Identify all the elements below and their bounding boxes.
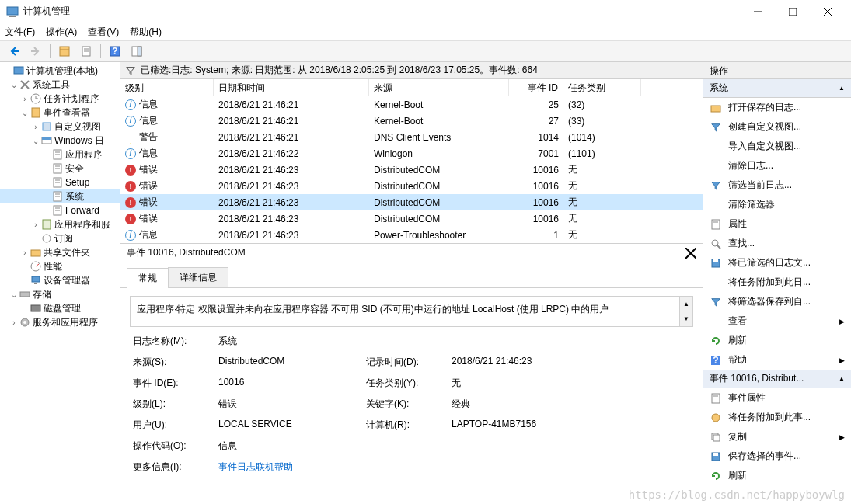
tree-item[interactable]: 应用程序 xyxy=(0,148,120,162)
action-item[interactable]: 查看▶ xyxy=(703,311,851,331)
close-button[interactable] xyxy=(810,1,845,23)
tree-item[interactable]: 设备管理器 xyxy=(0,273,120,287)
action-item[interactable]: 筛选当前日志... xyxy=(703,176,851,195)
table-row[interactable]: i信息2018/6/21 21:46:21Kernel-Boot25(32) xyxy=(120,96,703,113)
table-row[interactable]: i信息2018/6/21 21:46:21Kernel-Boot27(33) xyxy=(120,113,703,129)
expander-icon[interactable]: ⌄ xyxy=(31,137,40,145)
forward-button[interactable] xyxy=(26,43,45,60)
cell-id: 1014 xyxy=(509,132,563,143)
tree-item[interactable]: Forward xyxy=(0,203,120,217)
tree-item[interactable]: ›应用程序和服 xyxy=(0,217,120,231)
action-item[interactable]: 清除筛选器 xyxy=(703,195,851,214)
action-label: 刷新 xyxy=(728,469,747,482)
navigation-tree[interactable]: 计算机管理(本地)⌄系统工具›任务计划程序⌄事件查看器›自定义视图⌄Window… xyxy=(0,62,120,504)
tree-item[interactable]: 性能 xyxy=(0,259,120,273)
table-row[interactable]: i信息2018/6/21 21:46:22Winlogon7001(1101) xyxy=(120,145,703,162)
cell-source: Kernel-Boot xyxy=(369,116,509,127)
desc-scrollbar[interactable]: ▲▼ xyxy=(679,297,692,326)
expander-icon[interactable]: › xyxy=(20,95,30,103)
tree-item[interactable]: ⌄系统工具 xyxy=(0,78,120,92)
tree-item[interactable]: 磁盘管理 xyxy=(0,301,120,315)
expander-icon[interactable]: ⌄ xyxy=(9,81,19,89)
app-icon xyxy=(6,5,19,18)
table-row[interactable]: 警告2018/6/21 21:46:21DNS Client Events101… xyxy=(120,129,703,145)
show-hide-tree-button[interactable] xyxy=(55,43,74,60)
toolbar-separator xyxy=(100,44,101,58)
tree-label: Setup xyxy=(65,177,89,188)
maximize-button[interactable] xyxy=(775,1,810,23)
action-item[interactable]: 查找... xyxy=(703,234,851,253)
tree-item[interactable]: ›共享文件夹 xyxy=(0,245,120,259)
menu-action[interactable]: 操作(A) xyxy=(46,26,77,39)
table-row[interactable]: !错误2018/6/21 21:46:23DistributedCOM10016… xyxy=(120,210,703,227)
svg-point-63 xyxy=(712,414,720,422)
actions-section-system[interactable]: 系统▲ xyxy=(703,79,851,98)
action-item[interactable]: 事件属性 xyxy=(703,388,851,408)
tree-item[interactable]: 订阅 xyxy=(0,231,120,245)
tree-item[interactable]: Setup xyxy=(0,176,120,189)
column-date[interactable]: 日期和时间 xyxy=(214,79,369,96)
action-item[interactable]: 保存选择的事件... xyxy=(703,447,851,466)
action-item[interactable]: 将已筛选的日志文... xyxy=(703,253,851,273)
action-item[interactable]: ?帮助▶ xyxy=(703,350,851,370)
grid-body[interactable]: i信息2018/6/21 21:46:21Kernel-Boot25(32)i信… xyxy=(120,96,703,243)
tree-item[interactable]: 系统 xyxy=(0,189,120,203)
action-label: 清除日志... xyxy=(728,159,773,172)
action-item[interactable]: 清除日志... xyxy=(703,156,851,176)
blank-icon xyxy=(710,160,722,172)
cell-level: 信息 xyxy=(139,228,158,242)
column-level[interactable]: 级别 xyxy=(120,79,214,96)
expander-icon[interactable]: ⌄ xyxy=(9,290,19,299)
svg-rect-17 xyxy=(14,67,23,74)
action-item[interactable]: 属性 xyxy=(703,214,851,234)
cell-source: DistributedCOM xyxy=(369,181,509,192)
menu-view[interactable]: 查看(V) xyxy=(88,26,119,39)
action-pane-button[interactable] xyxy=(127,43,146,60)
table-row[interactable]: !错误2018/6/21 21:46:23DistributedCOM10016… xyxy=(120,162,703,178)
action-label: 导入自定义视图... xyxy=(728,140,801,153)
tree-item[interactable]: 计算机管理(本地) xyxy=(0,64,120,78)
action-item[interactable]: 打开保存的日志... xyxy=(703,98,851,117)
action-label: 帮助 xyxy=(728,353,747,367)
tree-item[interactable]: 安全 xyxy=(0,162,120,176)
menu-file[interactable]: 文件(F) xyxy=(5,26,35,39)
tree-item[interactable]: ⌄Windows 日 xyxy=(0,134,120,148)
action-item[interactable]: 将任务附加到此日... xyxy=(703,273,851,292)
action-item[interactable]: 复制▶ xyxy=(703,427,851,447)
minimize-button[interactable] xyxy=(740,1,775,23)
properties-button[interactable] xyxy=(77,43,96,60)
expander-icon[interactable]: › xyxy=(9,318,19,327)
table-row[interactable]: !错误2018/6/21 21:46:23DistributedCOM10016… xyxy=(120,178,703,194)
tree-item[interactable]: ⌄存储 xyxy=(0,287,120,301)
actions-section-event[interactable]: 事件 10016, Distribut...▲ xyxy=(703,370,851,388)
back-button[interactable] xyxy=(5,43,23,60)
table-row[interactable]: i信息2018/6/21 21:46:23Power-Troubleshoote… xyxy=(120,227,703,243)
action-item[interactable]: 创建自定义视图... xyxy=(703,117,851,137)
table-row[interactable]: !错误2018/6/21 21:46:23DistributedCOM10016… xyxy=(120,194,703,210)
column-category[interactable]: 任务类别 xyxy=(563,79,641,96)
tree-item[interactable]: ›任务计划程序 xyxy=(0,92,120,106)
column-event-id[interactable]: 事件 ID xyxy=(509,79,563,96)
tree-item[interactable]: ›自定义视图 xyxy=(0,120,120,134)
tab-general[interactable]: 常规 xyxy=(127,268,169,288)
column-source[interactable]: 来源 xyxy=(369,79,509,96)
tree-item[interactable]: ›服务和应用程序 xyxy=(0,315,120,329)
grid-header: 级别 日期和时间 来源 事件 ID 任务类别 xyxy=(120,79,703,96)
tree-item[interactable]: ⌄事件查看器 xyxy=(0,106,120,120)
moreinfo-link[interactable]: 事件日志联机帮助 xyxy=(218,461,293,472)
cell-date: 2018/6/21 21:46:23 xyxy=(214,181,369,192)
tab-details[interactable]: 详细信息 xyxy=(168,267,228,287)
help-button[interactable]: ? xyxy=(106,43,124,60)
menu-help[interactable]: 帮助(H) xyxy=(130,26,162,39)
filter-icon xyxy=(710,179,722,192)
action-item[interactable]: 刷新 xyxy=(703,466,851,485)
expander-icon[interactable]: › xyxy=(31,123,40,131)
close-detail-icon[interactable] xyxy=(685,248,696,259)
action-item[interactable]: 导入自定义视图... xyxy=(703,137,851,156)
expander-icon[interactable]: ⌄ xyxy=(20,109,30,117)
action-item[interactable]: 刷新 xyxy=(703,331,851,350)
expander-icon[interactable]: › xyxy=(31,221,40,229)
action-item[interactable]: 将筛选器保存到自... xyxy=(703,292,851,311)
expander-icon[interactable]: › xyxy=(20,249,30,257)
action-item[interactable]: 将任务附加到此事... xyxy=(703,408,851,427)
